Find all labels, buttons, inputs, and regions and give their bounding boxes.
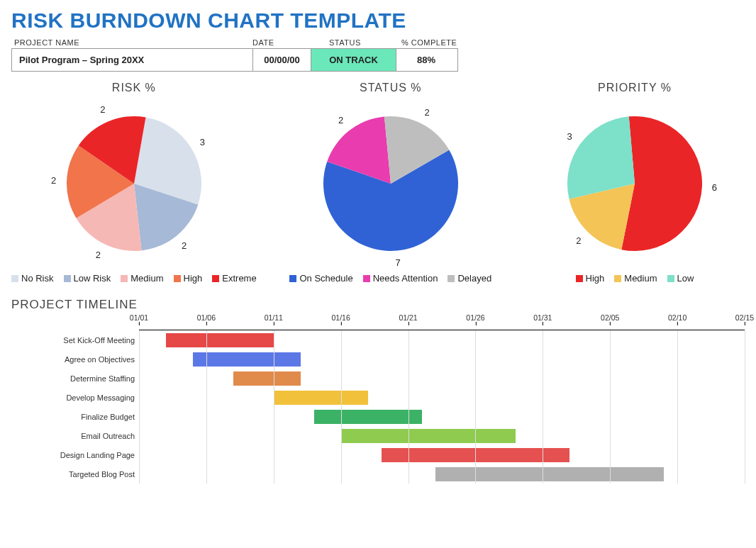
timeline-task-label: Design Landing Page bbox=[11, 445, 139, 464]
timeline-tick: 02/15 bbox=[735, 313, 754, 322]
legend-swatch bbox=[121, 275, 128, 282]
status-pie: 722 bbox=[281, 99, 501, 269]
legend-label: Medium bbox=[624, 273, 657, 284]
charts-row: RISK % 32222 No RiskLow RiskMediumHighEx… bbox=[11, 82, 745, 284]
meta-header-date: DATE bbox=[252, 38, 312, 47]
timeline-bar[interactable] bbox=[193, 352, 301, 367]
risk-pie: 32222 bbox=[24, 99, 244, 269]
legend-item: High bbox=[174, 273, 203, 284]
legend-label: High bbox=[586, 273, 605, 284]
timeline-tick: 02/05 bbox=[601, 313, 619, 322]
legend-item: On Schedule bbox=[289, 273, 352, 284]
legend-swatch bbox=[174, 275, 181, 282]
legend-label: Low Risk bbox=[74, 273, 111, 284]
timeline-bar[interactable] bbox=[233, 371, 301, 386]
timeline-task-label: Targeted Blog Post bbox=[11, 464, 139, 483]
timeline-row bbox=[139, 464, 745, 483]
timeline-axis: 01/0101/0601/1101/1601/2101/2601/3102/05… bbox=[139, 313, 745, 330]
timeline-task-labels: Set Kick-Off MeetingAgree on ObjectivesD… bbox=[11, 313, 139, 483]
legend-item: Needs Attention bbox=[363, 273, 438, 284]
timeline-gridline bbox=[610, 330, 611, 483]
legend-item: High bbox=[576, 273, 605, 284]
timeline-tick: 01/06 bbox=[197, 313, 216, 322]
legend-swatch bbox=[212, 275, 219, 282]
timeline-bar[interactable] bbox=[314, 410, 422, 424]
meta-header-complete: % COMPLETE bbox=[401, 38, 472, 47]
status-pie-card: STATUS % 722 On ScheduleNeeds AttentionD… bbox=[281, 82, 501, 284]
meta-headers: PROJECT NAME DATE STATUS % COMPLETE bbox=[11, 38, 745, 47]
timeline-bar[interactable] bbox=[166, 333, 274, 347]
timeline-tick: 01/26 bbox=[466, 313, 484, 322]
legend-item: Delayed bbox=[448, 273, 491, 284]
timeline-tick: 01/16 bbox=[332, 313, 350, 322]
legend-swatch bbox=[667, 275, 674, 282]
status-legend: On ScheduleNeeds AttentionDelayed bbox=[289, 273, 491, 284]
legend-swatch bbox=[614, 275, 621, 282]
legend-item: Low bbox=[667, 273, 694, 284]
timeline-gridline bbox=[543, 330, 543, 483]
timeline-title: PROJECT TIMELINE bbox=[11, 298, 745, 312]
legend-swatch bbox=[576, 275, 583, 282]
legend-label: On Schedule bbox=[299, 273, 352, 284]
timeline-row bbox=[139, 350, 745, 369]
meta-complete-cell[interactable]: 88% bbox=[396, 49, 456, 71]
priority-pie: 623 bbox=[525, 99, 745, 269]
timeline-bar[interactable] bbox=[341, 429, 516, 443]
legend-swatch bbox=[64, 275, 71, 282]
timeline-gridline bbox=[475, 330, 476, 483]
priority-pie-title: PRIORITY % bbox=[598, 82, 672, 94]
timeline-gridline bbox=[677, 330, 678, 483]
timeline-gridline bbox=[206, 330, 207, 483]
timeline-task-label: Agree on Objectives bbox=[11, 350, 139, 369]
timeline-tick: 01/11 bbox=[265, 313, 283, 322]
meta-header-name: PROJECT NAME bbox=[11, 38, 252, 47]
timeline-row bbox=[139, 407, 745, 426]
timeline-bar[interactable] bbox=[274, 391, 368, 405]
meta-row: Pilot Program – Spring 20XX 00/00/00 ON … bbox=[11, 48, 458, 72]
priority-legend: HighMediumLow bbox=[576, 273, 694, 284]
timeline-task-label: Finalize Budget bbox=[11, 407, 139, 426]
timeline-task-label: Develop Messaging bbox=[11, 388, 139, 407]
risk-pie-card: RISK % 32222 No RiskLow RiskMediumHighEx… bbox=[11, 82, 257, 284]
legend-item: Medium bbox=[121, 273, 163, 284]
timeline-rows bbox=[139, 330, 745, 483]
legend-swatch bbox=[363, 275, 370, 282]
timeline-row bbox=[139, 330, 745, 350]
timeline-gridline bbox=[745, 330, 745, 483]
timeline-gridline bbox=[139, 330, 140, 483]
legend-label: Low bbox=[677, 273, 694, 284]
legend-label: High bbox=[184, 273, 203, 284]
timeline-gridline bbox=[408, 330, 409, 483]
pie-slice-label: 2 bbox=[51, 175, 56, 186]
timeline-tick: 02/10 bbox=[668, 313, 686, 322]
meta-name-cell[interactable]: Pilot Program – Spring 20XX bbox=[12, 49, 253, 71]
legend-item: Medium bbox=[614, 273, 657, 284]
timeline-task-label: Set Kick-Off Meeting bbox=[11, 330, 139, 350]
legend-swatch bbox=[448, 275, 455, 282]
timeline-gridline bbox=[341, 330, 342, 483]
legend-item: Low Risk bbox=[64, 273, 111, 284]
timeline-bar[interactable] bbox=[435, 467, 665, 481]
pie-slice-label: 6 bbox=[712, 182, 717, 193]
timeline-tick: 01/31 bbox=[533, 313, 552, 322]
legend-label: Medium bbox=[130, 273, 163, 284]
timeline-tick: 01/01 bbox=[130, 313, 148, 322]
meta-status-cell[interactable]: ON TRACK bbox=[311, 49, 396, 71]
risk-pie-title: RISK % bbox=[112, 82, 156, 94]
timeline-row bbox=[139, 426, 745, 445]
pie-slice-label: 7 bbox=[396, 257, 401, 268]
status-pie-title: STATUS % bbox=[360, 82, 421, 94]
legend-label: Extreme bbox=[222, 273, 256, 284]
timeline-tick: 01/21 bbox=[399, 313, 417, 322]
legend-label: Delayed bbox=[457, 273, 491, 284]
timeline-chart: 01/0101/0601/1101/1601/2101/2601/3102/05… bbox=[139, 313, 745, 483]
legend-label: Needs Attention bbox=[373, 273, 438, 284]
legend-swatch bbox=[289, 275, 296, 282]
legend-item: Extreme bbox=[212, 273, 256, 284]
legend-label: No Risk bbox=[21, 273, 54, 284]
page-title: RISK BURNDOWN CHART TEMPLATE bbox=[11, 9, 745, 33]
meta-date-cell[interactable]: 00/00/00 bbox=[253, 49, 311, 71]
timeline-task-label: Email Outreach bbox=[11, 426, 139, 445]
legend-item: No Risk bbox=[11, 273, 54, 284]
meta-header-status: STATUS bbox=[312, 38, 401, 47]
